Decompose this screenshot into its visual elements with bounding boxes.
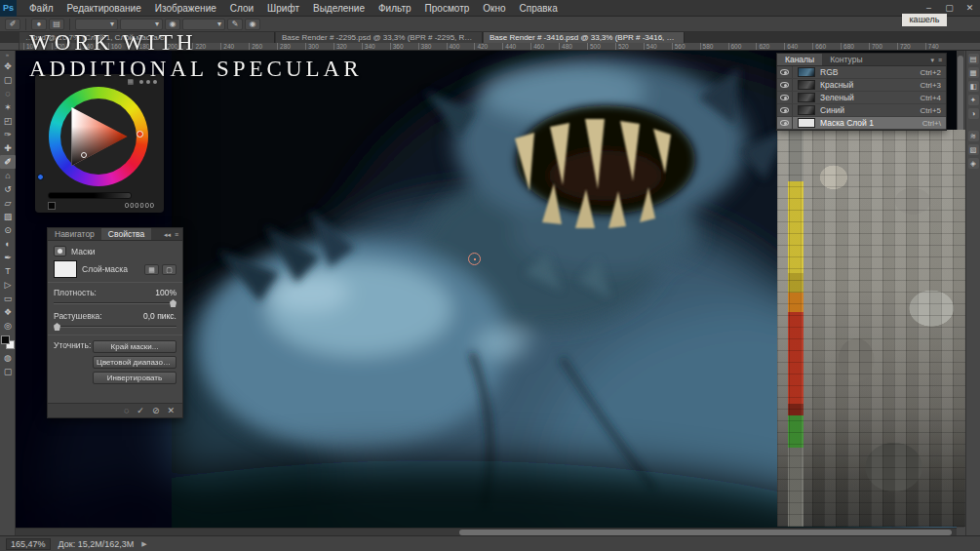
channel-row-green[interactable]: Зеленый Ctrl+4 — [777, 92, 946, 104]
eraser-tool[interactable]: ▱ — [0, 196, 16, 210]
document-tab-3-active[interactable]: Base Render # -3416.psd @ 33,3% (BPR # -… — [484, 32, 685, 43]
tool-preset-picker[interactable]: ✐ — [5, 19, 20, 30]
feather-slider[interactable] — [54, 326, 176, 328]
tools-collapse-icon[interactable]: » — [0, 51, 15, 59]
load-selection-icon[interactable]: ◌ — [124, 406, 129, 415]
brush-tool[interactable]: ✐ — [0, 155, 16, 169]
density-slider[interactable] — [54, 302, 176, 304]
screen-mode-toggle[interactable]: ▢ — [0, 365, 16, 378]
zoom-tool[interactable]: ◎ — [0, 319, 16, 333]
channel-row-red[interactable]: Красный Ctrl+3 — [777, 79, 946, 92]
hand-tool[interactable]: ❖ — [0, 305, 16, 319]
type-tool[interactable]: T — [0, 264, 16, 278]
visibility-toggle[interactable] — [777, 66, 793, 78]
foreground-color-swatch[interactable] — [1, 335, 10, 344]
marquee-tool[interactable]: ▢ — [0, 73, 16, 87]
swatches-panel-icon[interactable]: ▦ — [968, 67, 979, 78]
blend-mode-dropdown[interactable]: ▾ — [75, 19, 118, 30]
history-panel-icon[interactable]: ◈ — [968, 158, 979, 169]
mask-edge-button[interactable]: Край маски... — [93, 340, 176, 353]
separator — [69, 19, 70, 30]
quick-selection-tool[interactable]: ✶ — [0, 100, 16, 114]
healing-brush-tool[interactable]: ✚ — [0, 141, 16, 155]
channel-row-blue[interactable]: Синий Ctrl+5 — [777, 104, 946, 117]
history-brush-tool[interactable]: ↺ — [0, 182, 16, 196]
channels-menu-icon[interactable]: ≡ — [938, 54, 942, 65]
photoshop-logo[interactable]: Ps — [0, 0, 17, 17]
clone-stamp-tool[interactable]: ⌂ — [0, 169, 16, 182]
tab-properties[interactable]: Свойства — [101, 228, 151, 240]
airbrush-toggle-icon[interactable]: ✎ — [227, 19, 243, 30]
current-color-swatch[interactable] — [48, 202, 56, 210]
menu-view[interactable]: Просмотр — [418, 0, 477, 17]
menu-filter[interactable]: Фильтр — [372, 0, 418, 17]
eyedropper-tool[interactable]: ✑ — [0, 128, 16, 141]
vector-mask-icon[interactable]: ▢ — [162, 264, 176, 275]
shape-tool[interactable]: ▭ — [0, 292, 16, 305]
panel-collapse-icon[interactable]: ◂◂ — [164, 228, 171, 240]
layer-mask-thumbnail[interactable] — [54, 260, 77, 278]
visibility-toggle[interactable] — [777, 92, 793, 103]
pressure-opacity-toggle-icon[interactable]: ◉ — [165, 19, 180, 30]
value-slider[interactable] — [48, 192, 132, 199]
pixel-mask-icon[interactable]: ▦ — [144, 264, 159, 275]
adjustments-panel-icon[interactable]: ◧ — [968, 81, 979, 92]
crop-tool[interactable]: ◰ — [0, 114, 16, 128]
zoom-level-field[interactable]: 165,47% — [6, 538, 51, 550]
feather-value[interactable]: 0,0 пикс. — [143, 311, 176, 321]
hue-marker[interactable] — [137, 131, 143, 138]
opacity-dropdown[interactable]: ▾ — [120, 19, 163, 30]
menu-help[interactable]: Справка — [513, 0, 565, 17]
visibility-toggle[interactable] — [777, 79, 793, 91]
lasso-tool[interactable]: ◌ — [0, 87, 16, 100]
color-range-button[interactable]: Цветовой диапазон... — [93, 356, 176, 369]
histogram-panel-icon[interactable]: ≋ — [968, 131, 979, 141]
menu-image[interactable]: Изображение — [148, 0, 223, 17]
channel-row-rgb[interactable]: RGB Ctrl+2 — [777, 66, 946, 79]
flow-dropdown[interactable]: ▾ — [182, 19, 225, 30]
color-panel-icon[interactable]: ▤ — [968, 54, 979, 64]
menu-select[interactable]: Выделение — [306, 0, 372, 17]
visibility-toggle[interactable] — [777, 117, 793, 129]
gradient-tool[interactable]: ▨ — [0, 210, 16, 223]
apply-mask-icon[interactable]: ✓ — [137, 406, 144, 415]
brush-size-picker[interactable]: ● — [31, 19, 47, 30]
document-tab-2[interactable]: Base Render # -2295.psd @ 33,3% (BPR # -… — [276, 32, 483, 43]
density-value[interactable]: 100% — [155, 288, 176, 297]
channel-row-mask[interactable]: Маска Слой 1 Ctrl+\ — [777, 117, 946, 130]
channels-collapse-icon[interactable]: ▾ — [930, 54, 934, 65]
tab-paths[interactable]: Контуры — [822, 54, 870, 65]
quick-mask-toggle[interactable]: ◍ — [0, 351, 16, 365]
styles-panel-icon[interactable]: ✦ — [968, 95, 979, 105]
tab-navigator[interactable]: Навигатор — [48, 228, 101, 240]
density-slider-thumb[interactable] — [170, 299, 176, 307]
close-button[interactable]: ✕ — [960, 0, 980, 17]
menu-type[interactable]: Шрифт — [260, 0, 306, 17]
visibility-toggle[interactable] — [777, 104, 793, 116]
info-panel-icon[interactable]: ◑ — [968, 108, 979, 119]
horizontal-scrollbar[interactable] — [16, 528, 957, 535]
menu-file[interactable]: Файл — [22, 0, 60, 17]
pressure-size-toggle-icon[interactable]: ◉ — [245, 19, 260, 30]
path-selection-tool[interactable]: ▷ — [0, 278, 16, 292]
move-tool[interactable]: ✥ — [0, 59, 16, 73]
secondary-color-dot[interactable] — [37, 174, 44, 180]
menu-edit[interactable]: Редактирование — [60, 0, 148, 17]
feather-slider-thumb[interactable] — [54, 323, 60, 331]
tab-channels[interactable]: Каналы — [777, 54, 822, 65]
saturation-marker[interactable] — [81, 152, 87, 158]
disable-mask-icon[interactable]: ⊘ — [152, 406, 160, 415]
menu-window[interactable]: Окно — [476, 0, 512, 17]
pen-tool[interactable]: ✒ — [0, 251, 16, 264]
status-options-arrow[interactable]: ▶ — [141, 540, 146, 548]
panel-menu-icon[interactable]: ≡ — [175, 228, 178, 240]
delete-mask-icon[interactable]: ✕ — [167, 406, 175, 415]
menu-layers[interactable]: Слои — [223, 0, 260, 17]
hex-value[interactable]: 000000 — [125, 201, 155, 210]
dodge-tool[interactable]: ◐ — [0, 237, 16, 251]
layers-panel-icon[interactable]: ▧ — [968, 144, 979, 155]
blur-tool[interactable]: ⊙ — [0, 223, 16, 237]
brush-panel-toggle-icon[interactable]: ▤ — [49, 19, 64, 30]
invert-button[interactable]: Инвертировать — [93, 372, 176, 384]
masks-section-title: Маски — [71, 247, 96, 256]
